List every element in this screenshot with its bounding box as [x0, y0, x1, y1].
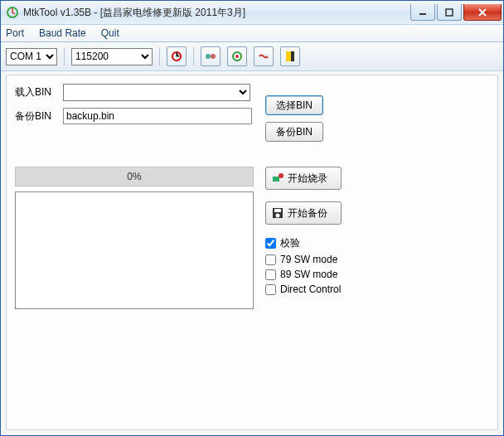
menu-quit[interactable]: Quit	[101, 27, 119, 39]
separator	[193, 47, 194, 65]
save-icon	[271, 206, 284, 220]
toolbar: COM 1 115200	[1, 42, 503, 71]
separator	[64, 47, 65, 65]
svg-point-14	[276, 214, 280, 218]
svg-rect-10	[273, 177, 279, 182]
svg-rect-13	[274, 209, 281, 212]
titlebar: MtkTool v1.35B - [益昌家电维修更新版 2011年3月]	[1, 1, 503, 25]
sw89-label: 89 SW mode	[280, 269, 337, 280]
link-icon[interactable]	[254, 46, 274, 66]
log-textarea[interactable]	[15, 191, 254, 309]
backup-bin-input[interactable]	[63, 108, 252, 124]
tool-icon-1[interactable]	[201, 46, 220, 66]
load-bin-select[interactable]	[63, 84, 250, 101]
backup-bin-button[interactable]: 备份BIN	[265, 122, 323, 142]
menu-baud[interactable]: Baud Rate	[39, 27, 86, 39]
svg-rect-2	[446, 9, 453, 16]
start-backup-label: 开始备份	[288, 206, 327, 220]
svg-rect-8	[286, 51, 292, 61]
sw89-checkbox[interactable]: 89 SW mode	[265, 269, 342, 280]
start-burn-button[interactable]: 开始烧录	[265, 167, 342, 190]
minimize-button[interactable]	[410, 4, 435, 21]
progress-bar: 0%	[15, 167, 254, 187]
maximize-button[interactable]	[437, 4, 462, 21]
start-backup-button[interactable]: 开始备份	[265, 201, 342, 225]
refresh-icon[interactable]	[167, 46, 187, 66]
svg-point-4	[206, 54, 211, 59]
app-icon	[6, 6, 19, 19]
direct-checkbox[interactable]: Direct Control	[265, 283, 342, 295]
start-burn-label: 开始烧录	[288, 172, 327, 186]
baud-rate-select[interactable]: 115200	[71, 48, 153, 65]
separator	[159, 47, 160, 65]
burn-icon	[271, 172, 284, 185]
select-bin-button[interactable]: 选择BIN	[265, 95, 323, 115]
menubar: Port Baud Rate Quit	[1, 25, 503, 42]
com-port-select[interactable]: COM 1	[6, 48, 57, 65]
content-area: 载入BIN 备份BIN 选择BIN 备份BIN 0%	[1, 71, 503, 435]
sw89-check-input[interactable]	[265, 269, 276, 280]
verify-check-input[interactable]	[265, 238, 276, 249]
backup-bin-label: 备份BIN	[15, 109, 63, 124]
tool-icon-2[interactable]	[227, 46, 247, 66]
menu-port[interactable]: Port	[6, 27, 24, 39]
close-button[interactable]	[463, 4, 502, 21]
svg-point-7	[235, 55, 239, 58]
progress-text: 0%	[127, 171, 141, 182]
sw79-check-input[interactable]	[265, 254, 276, 265]
svg-point-11	[279, 173, 284, 178]
direct-label: Direct Control	[280, 283, 341, 295]
exit-icon[interactable]	[280, 46, 300, 66]
direct-check-input[interactable]	[265, 284, 276, 295]
verify-checkbox[interactable]: 校验	[265, 236, 342, 250]
svg-point-5	[211, 54, 216, 59]
load-bin-label: 载入BIN	[15, 85, 63, 99]
sw79-checkbox[interactable]: 79 SW mode	[265, 254, 342, 265]
verify-label: 校验	[280, 236, 300, 250]
sw79-label: 79 SW mode	[280, 254, 337, 265]
window-title: MtkTool v1.35B - [益昌家电维修更新版 2011年3月]	[23, 6, 409, 20]
svg-rect-9	[291, 51, 294, 61]
